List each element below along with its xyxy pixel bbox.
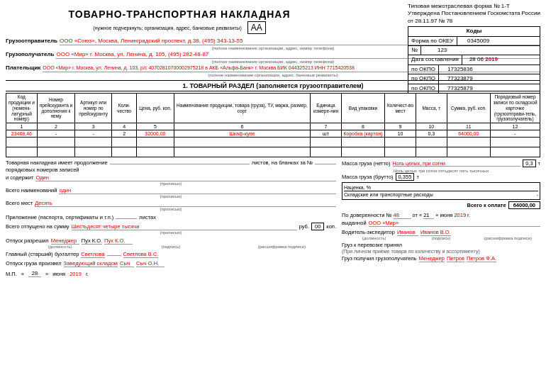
num10: 10: [416, 123, 447, 130]
otpusk-gruz-row: Отпуск груза произвел Заведующий складом…: [6, 260, 336, 267]
row1-col5: 32000,00: [137, 130, 174, 138]
num2: 2: [37, 123, 74, 130]
row3-col3: [75, 147, 112, 157]
popolnom-ot: от: [413, 212, 418, 218]
aa-label: АА: [247, 21, 266, 34]
otpusk-dolzhnost-label: (должность): [6, 245, 114, 249]
number-row: № 123: [408, 46, 540, 55]
date2-year: 2019: [69, 271, 82, 277]
dotted1: [110, 164, 250, 164]
row1-col4: 2: [112, 130, 137, 138]
vsego-naim-row: Всего наименований один: [6, 187, 336, 194]
massa-brutto-value: 0,355: [396, 173, 415, 181]
pri-lichn-label: (При личном приёме товара по количеству …: [342, 249, 480, 254]
row2-col6: [174, 138, 311, 147]
col4-header: Коли-чество: [112, 94, 137, 123]
row2-col10: [416, 138, 447, 147]
page: Типовая межотраслевая форма № 1-Т Утверж…: [0, 0, 546, 280]
okeu-label: Форма по ОКЕУ: [408, 37, 457, 45]
num1: 1: [6, 123, 38, 130]
poryad-row: порядковых номеров записей: [6, 167, 336, 173]
dotted2: [315, 164, 336, 164]
form-title-line2: Утверждена Постановлением Госкомстата Ро…: [408, 10, 540, 17]
date-label: Дата составления: [408, 55, 462, 64]
gruz-poluch-name: Петров Ф.А.: [467, 255, 496, 262]
row2-col9: [385, 138, 416, 147]
row2-col8: [341, 138, 384, 147]
gruz-poluch-podpis: Петров: [447, 255, 464, 262]
vsego-naim-value: один: [59, 187, 336, 194]
row1-col3: -: [75, 130, 112, 138]
okpo3-label: по ОКПО: [408, 84, 439, 93]
otpusk-razreshil-label: Отпуск разрешил: [6, 237, 49, 244]
row1-col2: -: [37, 130, 74, 138]
vsego-oplata-row: Всего к оплате 64000,00: [342, 201, 540, 209]
row2-col3: [75, 138, 112, 147]
voditel-label: Водитель-экспедитор: [342, 229, 395, 235]
col6-header: Наименование продукции, товара (груза), …: [174, 94, 311, 123]
popolnom-row: По доверенности № 48 от « 21 » июня 2019…: [342, 212, 540, 219]
massa-brutto-label: Масса груза (брутто): [342, 174, 394, 180]
col3-header: Артикул или номер по прейскуранту: [75, 94, 112, 123]
row1-col10: 0,3: [416, 130, 447, 138]
row3-col2: [37, 147, 74, 157]
popolnom-value: 48: [394, 212, 411, 219]
propy-sub3: (прописью): [6, 207, 336, 211]
prilozhenie-label: Приложение (паспорта, сертификаты и т.п.…: [6, 214, 113, 220]
massa-brutto-row: Масса груза (брутто) 0,355 т: [342, 173, 540, 181]
row3-col6: [174, 147, 311, 157]
row3-col12: [490, 147, 540, 157]
date-year: 2019: [485, 56, 498, 62]
number-label: №: [408, 46, 421, 55]
col11-header: Сумма, руб. коп.: [447, 94, 490, 123]
row2-col4: [112, 138, 137, 147]
propy-sub: (прописью): [6, 181, 336, 186]
soderzhit-value: Один: [35, 174, 336, 181]
voditel-name: Иванов В.О.: [420, 229, 451, 236]
vsego-oplata-label: Всего к оплате: [467, 202, 506, 208]
propy-sub2: (прописью): [6, 194, 336, 198]
row3-col11: [447, 147, 490, 157]
vsego-kop-value: 00: [311, 223, 324, 230]
soderzhit-row: и содержит Один: [6, 174, 336, 181]
glav-buhg-name: Светлова В.С.: [123, 251, 159, 258]
okpo3-value: 77325879: [439, 84, 481, 93]
row1-col6: Шкаф-купе: [174, 130, 311, 138]
tovnakl-row: Товарная накладная имеет продолжение лис…: [6, 159, 336, 166]
left-col: Товарная накладная имеет продолжение лис…: [6, 159, 336, 277]
gruz-prinyal-label: Груз к перевозке принял: [342, 242, 402, 248]
row2-col2: [37, 138, 74, 147]
listov-text: листов, на бланках за №: [252, 159, 313, 166]
tovnakl-text: Товарная накладная имеет продолжение: [6, 159, 108, 166]
otpusk-podpis-label: (подпись): [116, 245, 225, 249]
massa-brutto-unit: т: [416, 174, 418, 180]
voditel-podpis: Иванов: [397, 229, 418, 236]
gruz-otpr-label: Грузоотправитель: [6, 37, 57, 45]
massa-netto-row: Масса груза (нетто) Ноль целых, при сотн…: [342, 159, 540, 167]
prilozhenie-value: [116, 218, 137, 219]
date2-day: 28: [28, 270, 41, 277]
num8: 8: [341, 123, 384, 130]
okpo2-label: по ОКПО: [408, 74, 439, 83]
okpo1-row: по ОКПО 17325836: [408, 65, 540, 74]
codes-header: Коды: [408, 27, 540, 36]
table-header-row: Код продукции и (номенк-латурный номер) …: [6, 94, 540, 123]
table-row: [6, 138, 540, 147]
date-month: 06: [477, 56, 484, 62]
row3-col7: [311, 147, 342, 157]
voditel-row: Водитель-экспедитор Иванов Иванов В.О.: [342, 229, 540, 236]
skladskie-value: -: [537, 192, 538, 197]
number-value: 123: [421, 46, 464, 55]
col1-header: Код продукции и (номенк-латурный номер): [6, 94, 38, 123]
row2-col5: [137, 138, 174, 147]
date-row: Дата составления 28 06 2019: [408, 55, 540, 65]
right-col: Масса груза (нетто) Ноль целых, при сотн…: [342, 159, 540, 277]
subtitle-row: (нужное подчеркнуть; организация, адрес,…: [6, 21, 353, 34]
otpusk-name: Пух К.О.: [104, 237, 133, 245]
popolnom-mesyac: июня: [440, 212, 452, 218]
propy-sub4: (прописью): [6, 230, 336, 235]
otpusk-razreshil-row: Отпуск разрешил Менеджер Пух К.О. Пух К.…: [6, 237, 336, 245]
soderzhit-label: и содержит: [6, 174, 33, 181]
num7: 7: [311, 123, 342, 130]
okpo2-row: по ОКПО 77323879: [408, 74, 540, 84]
